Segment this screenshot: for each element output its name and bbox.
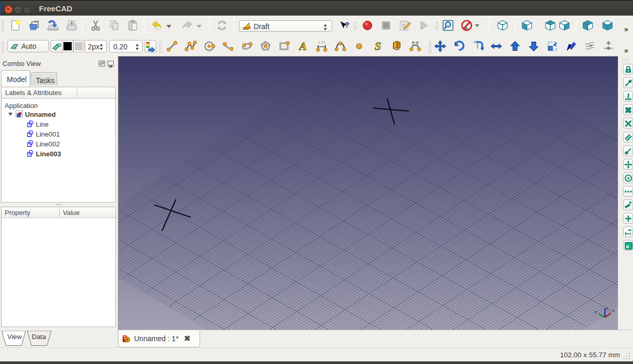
svg-text:z: z (606, 306, 608, 311)
svg-text:x: x (612, 308, 614, 313)
svg-text:A: A (298, 40, 307, 52)
svg-text:?: ? (345, 20, 349, 29)
svg-text:Y: Y (595, 310, 598, 315)
svg-text:S: S (375, 40, 381, 52)
svg-text:1.00: 1.00 (319, 41, 325, 44)
